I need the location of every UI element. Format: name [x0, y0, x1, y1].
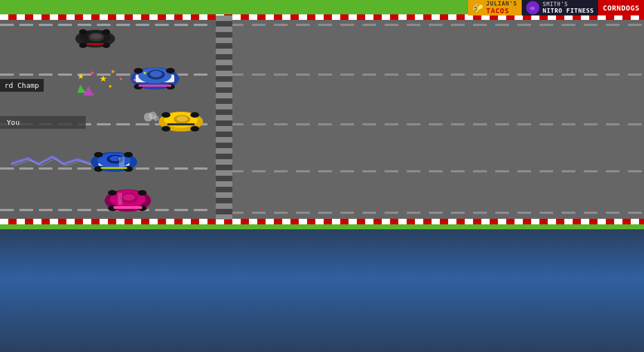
- svg-rect-1: [19, 24, 33, 26]
- svg-rect-90: [584, 73, 598, 76]
- svg-rect-56: [252, 24, 266, 26]
- svg-point-165: [166, 68, 175, 73]
- svg-rect-133: [274, 212, 288, 214]
- svg-rect-102: [429, 123, 443, 125]
- svg-rect-63: [407, 24, 420, 26]
- svg-rect-5: [97, 24, 111, 26]
- svg-rect-80: [362, 73, 376, 76]
- svg-rect-135: [318, 212, 332, 214]
- svg-rect-62: [385, 24, 398, 26]
- curb-bottom: [0, 219, 644, 224]
- sponsor-nitro-line2: NITRO FITNESS: [543, 7, 594, 14]
- svg-point-163: [150, 71, 162, 77]
- svg-rect-83: [429, 73, 443, 76]
- smoke-effect: [143, 111, 158, 122]
- svg-rect-77: [296, 73, 310, 76]
- confetti-decoration: ★ ★ ★ ★ ✦ ✦: [77, 65, 133, 96]
- nitro-icon: ♾: [526, 1, 539, 14]
- svg-rect-137: [362, 212, 376, 214]
- svg-rect-58: [296, 24, 310, 26]
- svg-rect-148: [606, 212, 620, 214]
- svg-rect-81: [385, 73, 398, 76]
- svg-rect-200: [101, 167, 127, 169]
- svg-rect-88: [539, 73, 553, 76]
- svg-rect-147: [584, 212, 598, 214]
- svg-rect-94: [252, 123, 266, 125]
- svg-rect-2: [39, 24, 53, 26]
- sponsor-corndog-label: CORNDOGS: [603, 4, 640, 12]
- svg-rect-79: [340, 73, 354, 76]
- svg-rect-68: [517, 24, 531, 26]
- smoke-svg: [143, 111, 159, 123]
- bottom-panel: The quick brown fox jumps over the lazyd…: [0, 229, 644, 352]
- svg-rect-7: [136, 24, 149, 26]
- car1-svg: [73, 27, 117, 51]
- svg-rect-113: [252, 170, 266, 172]
- sponsor-corndog: CORNDOGS: [598, 0, 644, 15]
- svg-rect-87: [517, 73, 531, 76]
- svg-rect-117: [340, 170, 354, 172]
- svg-rect-101: [407, 123, 420, 125]
- svg-rect-95: [274, 123, 288, 125]
- svg-text:★: ★: [100, 71, 107, 85]
- svg-rect-139: [407, 212, 420, 214]
- road-right: [230, 15, 644, 219]
- svg-rect-97: [318, 123, 332, 125]
- svg-rect-60: [340, 24, 354, 26]
- finish-line: [216, 15, 232, 219]
- svg-rect-201: [119, 157, 124, 167]
- svg-rect-143: [495, 212, 509, 214]
- svg-rect-72: [606, 24, 620, 26]
- lightning-svg: [11, 154, 100, 174]
- car3: [156, 108, 206, 135]
- svg-rect-67: [495, 24, 509, 26]
- svg-rect-109: [584, 123, 598, 125]
- svg-rect-45: [19, 209, 33, 211]
- svg-rect-70: [562, 24, 575, 26]
- sponsor-tacos: 🌮 JULIAN'S TACOS: [468, 0, 522, 15]
- svg-rect-64: [429, 24, 443, 26]
- car5: [102, 185, 152, 216]
- svg-rect-128: [584, 170, 598, 172]
- car4: [89, 148, 138, 176]
- svg-point-205: [123, 194, 135, 201]
- svg-rect-129: [606, 170, 620, 172]
- sponsor-tacos-text: JULIAN'S TACOS: [486, 1, 517, 15]
- svg-rect-142: [473, 212, 487, 214]
- svg-point-157: [102, 43, 110, 48]
- svg-rect-71: [584, 24, 598, 26]
- svg-rect-43: [194, 167, 207, 170]
- svg-rect-124: [495, 170, 509, 172]
- svg-rect-75: [252, 73, 266, 76]
- svg-rect-99: [362, 123, 376, 125]
- svg-rect-105: [495, 123, 509, 125]
- svg-rect-4: [77, 24, 91, 26]
- svg-rect-146: [562, 212, 575, 214]
- svg-rect-110: [606, 123, 620, 125]
- svg-rect-42: [174, 167, 188, 170]
- hud-you-label: You: [0, 116, 86, 129]
- svg-rect-149: [628, 212, 642, 214]
- svg-rect-130: [628, 170, 642, 172]
- svg-rect-76: [274, 73, 288, 76]
- sponsor-nitro-line1: SMITH'S: [543, 1, 594, 7]
- svg-rect-13: [39, 73, 53, 76]
- svg-rect-127: [562, 170, 575, 172]
- svg-rect-66: [473, 24, 487, 26]
- svg-rect-10: [194, 24, 207, 26]
- game-area: rd Champ You: [0, 0, 644, 229]
- svg-rect-107: [539, 123, 553, 125]
- svg-rect-53: [174, 209, 188, 211]
- lightning-effect: [11, 154, 94, 173]
- car5-svg: [102, 185, 153, 216]
- sponsor-tacos-line2: TACOS: [486, 7, 517, 15]
- hud-champ-label: rd Champ: [0, 79, 44, 92]
- svg-rect-11: [0, 73, 14, 76]
- sponsor-nitro-text: SMITH'S NITRO FITNESS: [543, 1, 594, 14]
- svg-rect-92: [628, 73, 642, 76]
- svg-rect-27: [97, 123, 111, 125]
- svg-rect-21: [194, 73, 207, 76]
- svg-rect-6: [116, 24, 130, 26]
- svg-text:✦: ✦: [108, 81, 113, 90]
- svg-point-206: [108, 190, 117, 196]
